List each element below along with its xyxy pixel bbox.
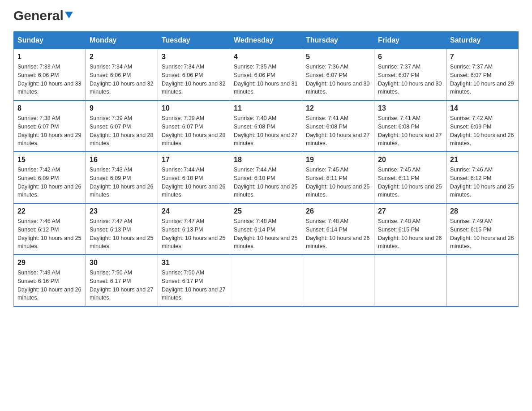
calendar-cell: 7Sunrise: 7:37 AMSunset: 6:07 PMDaylight…: [446, 49, 519, 101]
calendar-cell: 22Sunrise: 7:46 AMSunset: 6:12 PMDayligh…: [14, 203, 86, 255]
page-header: General: [13, 9, 519, 22]
calendar-cell: 16Sunrise: 7:43 AMSunset: 6:09 PMDayligh…: [86, 152, 158, 203]
calendar-cell: 12Sunrise: 7:41 AMSunset: 6:08 PMDayligh…: [302, 100, 374, 152]
calendar-cell: [230, 255, 302, 306]
calendar-cell: 2Sunrise: 7:34 AMSunset: 6:06 PMDaylight…: [86, 49, 158, 101]
calendar-cell: 15Sunrise: 7:42 AMSunset: 6:09 PMDayligh…: [14, 152, 86, 203]
day-number: 3: [162, 53, 226, 61]
calendar-cell: 23Sunrise: 7:47 AMSunset: 6:13 PMDayligh…: [86, 203, 158, 255]
calendar-cell: 9Sunrise: 7:39 AMSunset: 6:07 PMDaylight…: [86, 100, 158, 152]
day-info: Sunrise: 7:33 AMSunset: 6:06 PMDaylight:…: [17, 63, 82, 96]
calendar-cell: 20Sunrise: 7:45 AMSunset: 6:11 PMDayligh…: [374, 152, 446, 203]
calendar-cell: 21Sunrise: 7:46 AMSunset: 6:12 PMDayligh…: [446, 152, 519, 203]
day-number: 4: [234, 53, 298, 61]
calendar-cell: 26Sunrise: 7:48 AMSunset: 6:14 PMDayligh…: [302, 203, 374, 255]
calendar-table: SundayMondayTuesdayWednesdayThursdayFrid…: [13, 31, 519, 307]
day-info: Sunrise: 7:37 AMSunset: 6:07 PMDaylight:…: [378, 63, 442, 96]
day-number: 20: [378, 156, 442, 164]
calendar-cell: 19Sunrise: 7:45 AMSunset: 6:11 PMDayligh…: [302, 152, 374, 203]
day-info: Sunrise: 7:40 AMSunset: 6:08 PMDaylight:…: [234, 114, 298, 148]
weekday-header-friday: Friday: [374, 32, 446, 49]
day-info: Sunrise: 7:36 AMSunset: 6:07 PMDaylight:…: [306, 63, 370, 96]
day-number: 8: [17, 104, 82, 112]
weekday-header-row: SundayMondayTuesdayWednesdayThursdayFrid…: [14, 32, 519, 49]
day-number: 22: [17, 207, 82, 215]
day-number: 15: [17, 156, 82, 164]
day-number: 7: [450, 53, 515, 61]
day-number: 28: [450, 207, 515, 215]
weekday-header-thursday: Thursday: [302, 32, 374, 49]
calendar-cell: 13Sunrise: 7:41 AMSunset: 6:08 PMDayligh…: [374, 100, 446, 152]
calendar-cell: 29Sunrise: 7:49 AMSunset: 6:16 PMDayligh…: [14, 255, 86, 306]
day-info: Sunrise: 7:34 AMSunset: 6:06 PMDaylight:…: [162, 63, 226, 96]
day-info: Sunrise: 7:45 AMSunset: 6:11 PMDaylight:…: [306, 166, 370, 199]
day-info: Sunrise: 7:38 AMSunset: 6:07 PMDaylight:…: [17, 114, 82, 148]
day-info: Sunrise: 7:46 AMSunset: 6:12 PMDaylight:…: [17, 217, 82, 251]
week-row-4: 22Sunrise: 7:46 AMSunset: 6:12 PMDayligh…: [14, 203, 519, 255]
calendar-cell: 5Sunrise: 7:36 AMSunset: 6:07 PMDaylight…: [302, 49, 374, 101]
day-number: 21: [450, 156, 515, 164]
day-number: 25: [234, 207, 298, 215]
day-info: Sunrise: 7:44 AMSunset: 6:10 PMDaylight:…: [234, 166, 298, 199]
day-number: 2: [90, 53, 154, 61]
calendar-cell: 24Sunrise: 7:47 AMSunset: 6:13 PMDayligh…: [158, 203, 230, 255]
day-info: Sunrise: 7:48 AMSunset: 6:14 PMDaylight:…: [306, 217, 370, 251]
day-info: Sunrise: 7:44 AMSunset: 6:10 PMDaylight:…: [162, 166, 226, 199]
day-number: 24: [162, 207, 226, 215]
day-info: Sunrise: 7:42 AMSunset: 6:09 PMDaylight:…: [450, 114, 515, 148]
calendar-body: 1Sunrise: 7:33 AMSunset: 6:06 PMDaylight…: [14, 49, 519, 307]
day-number: 18: [234, 156, 298, 164]
day-info: Sunrise: 7:39 AMSunset: 6:07 PMDaylight:…: [162, 114, 226, 148]
calendar-cell: 10Sunrise: 7:39 AMSunset: 6:07 PMDayligh…: [158, 100, 230, 152]
day-info: Sunrise: 7:45 AMSunset: 6:11 PMDaylight:…: [378, 166, 442, 199]
weekday-header-sunday: Sunday: [14, 32, 86, 49]
day-info: Sunrise: 7:41 AMSunset: 6:08 PMDaylight:…: [306, 114, 370, 148]
calendar-cell: 27Sunrise: 7:48 AMSunset: 6:15 PMDayligh…: [374, 203, 446, 255]
day-info: Sunrise: 7:50 AMSunset: 6:17 PMDaylight:…: [162, 269, 226, 302]
day-number: 31: [162, 259, 226, 267]
day-number: 16: [90, 156, 154, 164]
day-number: 14: [450, 104, 515, 112]
week-row-5: 29Sunrise: 7:49 AMSunset: 6:16 PMDayligh…: [14, 255, 519, 306]
day-number: 13: [378, 104, 442, 112]
day-number: 11: [234, 104, 298, 112]
day-info: Sunrise: 7:43 AMSunset: 6:09 PMDaylight:…: [90, 166, 154, 199]
day-number: 19: [306, 156, 370, 164]
calendar-cell: 8Sunrise: 7:38 AMSunset: 6:07 PMDaylight…: [14, 100, 86, 152]
calendar-cell: [302, 255, 374, 306]
day-number: 5: [306, 53, 370, 61]
day-number: 26: [306, 207, 370, 215]
calendar-cell: [374, 255, 446, 306]
day-number: 30: [90, 259, 154, 267]
calendar-cell: 25Sunrise: 7:48 AMSunset: 6:14 PMDayligh…: [230, 203, 302, 255]
weekday-header-monday: Monday: [86, 32, 158, 49]
week-row-1: 1Sunrise: 7:33 AMSunset: 6:06 PMDaylight…: [14, 49, 519, 101]
week-row-3: 15Sunrise: 7:42 AMSunset: 6:09 PMDayligh…: [14, 152, 519, 203]
day-info: Sunrise: 7:34 AMSunset: 6:06 PMDaylight:…: [90, 63, 154, 96]
day-info: Sunrise: 7:49 AMSunset: 6:16 PMDaylight:…: [17, 269, 82, 302]
day-info: Sunrise: 7:48 AMSunset: 6:15 PMDaylight:…: [378, 217, 442, 251]
day-info: Sunrise: 7:50 AMSunset: 6:17 PMDaylight:…: [90, 269, 154, 302]
day-number: 9: [90, 104, 154, 112]
logo: General: [13, 9, 73, 22]
day-info: Sunrise: 7:46 AMSunset: 6:12 PMDaylight:…: [450, 166, 515, 199]
calendar-cell: 11Sunrise: 7:40 AMSunset: 6:08 PMDayligh…: [230, 100, 302, 152]
calendar-cell: 3Sunrise: 7:34 AMSunset: 6:06 PMDaylight…: [158, 49, 230, 101]
calendar-cell: 4Sunrise: 7:35 AMSunset: 6:06 PMDaylight…: [230, 49, 302, 101]
day-info: Sunrise: 7:47 AMSunset: 6:13 PMDaylight:…: [162, 217, 226, 251]
logo-triangle-icon: [65, 12, 73, 18]
day-info: Sunrise: 7:41 AMSunset: 6:08 PMDaylight:…: [378, 114, 442, 148]
calendar-header: SundayMondayTuesdayWednesdayThursdayFrid…: [14, 32, 519, 49]
day-number: 17: [162, 156, 226, 164]
logo-general-text: General: [13, 9, 64, 22]
day-info: Sunrise: 7:42 AMSunset: 6:09 PMDaylight:…: [17, 166, 82, 199]
calendar-cell: 14Sunrise: 7:42 AMSunset: 6:09 PMDayligh…: [446, 100, 519, 152]
day-number: 27: [378, 207, 442, 215]
calendar-cell: 17Sunrise: 7:44 AMSunset: 6:10 PMDayligh…: [158, 152, 230, 203]
day-info: Sunrise: 7:49 AMSunset: 6:15 PMDaylight:…: [450, 217, 515, 251]
calendar-cell: 28Sunrise: 7:49 AMSunset: 6:15 PMDayligh…: [446, 203, 519, 255]
calendar-cell: 31Sunrise: 7:50 AMSunset: 6:17 PMDayligh…: [158, 255, 230, 306]
week-row-2: 8Sunrise: 7:38 AMSunset: 6:07 PMDaylight…: [14, 100, 519, 152]
calendar-cell: 18Sunrise: 7:44 AMSunset: 6:10 PMDayligh…: [230, 152, 302, 203]
weekday-header-saturday: Saturday: [446, 32, 519, 49]
